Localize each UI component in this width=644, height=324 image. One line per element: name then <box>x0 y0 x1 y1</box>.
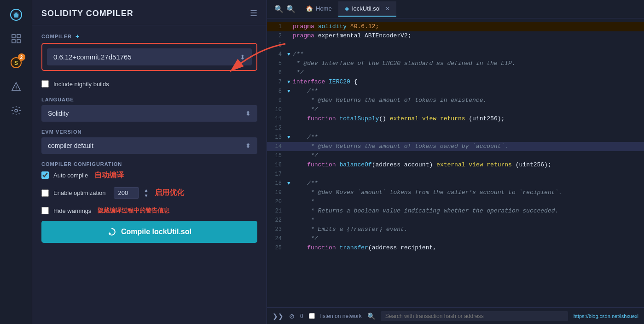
compiler-version-section: COMPILER + 0.6.12+commit.27d51765 ⬍ <box>41 33 257 71</box>
listen-network-checkbox[interactable] <box>309 313 315 319</box>
footer-url: https://blog.csdn.net/lshxuexi <box>574 313 638 319</box>
optimization-value-input[interactable] <box>114 187 139 199</box>
version-arrow-icon: ⬍ <box>240 53 245 61</box>
code-line-18: 18 ▼ /** <box>267 179 644 188</box>
bottom-bar: ❯❯ ⊘ 0 listen on network 🔍 https://blog.… <box>267 307 644 324</box>
compiler-version-select[interactable]: 0.6.12+commit.27d51765 ⬍ <box>47 48 252 65</box>
code-line-20: 20 * <box>267 197 644 206</box>
search-icon[interactable]: 🔍 <box>367 312 375 320</box>
svg-rect-4 <box>12 40 15 43</box>
code-line-7: 7 ▼ interface IERC20 { <box>267 77 644 87</box>
code-line-23: 23 * Emits a {Transfer} event. <box>267 225 644 234</box>
listen-network-label: listen on network <box>320 313 362 319</box>
zoom-out-icon[interactable]: 🔍 <box>274 5 284 13</box>
lockutil-tab-close[interactable]: ✕ <box>385 6 390 12</box>
home-tab-icon: 🏠 <box>306 5 313 12</box>
code-line-5: 5 * @dev Interface of the ERC20 standard… <box>267 59 644 68</box>
compiler-header: SOLIDITY COMPILER ☰ <box>32 0 267 25</box>
language-dropdown[interactable]: Solidity ⬍ <box>41 105 257 122</box>
hide-warnings-checkbox-row: Hide warnings <box>41 205 91 216</box>
code-line-17: 17 <box>267 170 644 179</box>
opt-checkbox-row: Enable optimization ▲ ▼ <box>41 185 148 200</box>
compiler-panel: SOLIDITY COMPILER ☰ COMPILER + 0.6.12+co… <box>32 0 267 324</box>
compile-button[interactable]: Compile lockUtil.sol <box>41 221 257 243</box>
optimization-annotation: 启用优化 <box>155 188 184 198</box>
code-line-15: 15 */ <box>267 151 644 160</box>
compiler-config-section: COMPILER CONFIGURATION Auto compile 自动编译… <box>41 161 257 243</box>
svg-rect-3 <box>17 35 20 38</box>
tab-lockutil[interactable]: ◈ lockUtil.sol ✕ <box>338 1 396 17</box>
code-line-25: 25 function transfer(address recipient, <box>267 243 644 253</box>
auto-compile-annotation: 自动编译 <box>94 171 124 180</box>
code-line-21: 21 * Returns a boolean value indicating … <box>267 206 644 216</box>
code-line-19: 19 * @dev Moves `amount` tokens from the… <box>267 188 644 197</box>
sidebar-icon-settings[interactable] <box>6 100 26 121</box>
sidebar-icon-files[interactable] <box>6 29 26 49</box>
hide-warnings-checkbox[interactable] <box>41 207 49 214</box>
compiler-version-box: 0.6.12+commit.27d51765 ⬍ <box>41 43 257 71</box>
optimization-checkbox[interactable] <box>41 189 49 197</box>
include-nightly-checkbox[interactable] <box>41 80 49 88</box>
compiler-menu-icon[interactable]: ☰ <box>250 8 257 18</box>
sidebar-icon-deploy[interactable] <box>6 77 26 97</box>
transaction-count: 0 <box>300 313 303 319</box>
lockutil-tab-icon: ◈ <box>345 5 349 12</box>
code-line-14: 14 * @dev Returns the amount of tokens o… <box>267 142 644 151</box>
code-line-4: 4 ▼ /** <box>267 50 644 59</box>
evm-value: compiler default <box>48 142 93 149</box>
svg-point-10 <box>16 88 17 89</box>
hide-warnings-label: Hide warnings <box>53 207 91 214</box>
evm-dropdown[interactable]: compiler default ⬍ <box>41 137 257 154</box>
language-arrow-icon: ⬍ <box>245 110 251 117</box>
code-line-13: 13 ▼ /** <box>267 133 644 142</box>
evm-version-section: EVM VERSION compiler default ⬍ <box>41 129 257 154</box>
no-transactions-icon: ⊘ <box>289 312 295 320</box>
code-line-10: 10 */ <box>267 105 644 114</box>
tab-controls: 🔍 🔍 <box>271 5 299 13</box>
evm-arrow-icon: ⬍ <box>245 142 251 149</box>
svg-point-11 <box>15 109 17 112</box>
compile-refresh-icon <box>107 227 116 236</box>
editor-tabs: 🔍 🔍 🏠 Home ◈ lockUtil.sol ✕ <box>267 0 644 18</box>
chevron-down-icon[interactable]: ❯❯ <box>273 312 284 320</box>
hide-warnings-annotation: 隐藏编译过程中的警告信息 <box>98 206 169 215</box>
notification-badge: 2 <box>18 53 25 61</box>
home-tab-label: Home <box>316 5 332 12</box>
optimization-row: Enable optimization ▲ ▼ 启用优化 <box>41 185 257 200</box>
compiler-add-icon[interactable]: + <box>75 33 80 40</box>
sidebar-icon-home[interactable] <box>6 5 26 25</box>
config-section-label: COMPILER CONFIGURATION <box>41 161 257 167</box>
sidebar: S 2 <box>0 0 32 324</box>
svg-rect-2 <box>12 35 15 38</box>
code-editor[interactable]: 1 pragma solidity ^0.6.12; 2 pragma expe… <box>267 18 644 307</box>
compiler-body: COMPILER + 0.6.12+commit.27d51765 ⬍ Incl… <box>32 25 267 250</box>
tab-home[interactable]: 🏠 Home <box>299 1 338 17</box>
code-line-6: 6 */ <box>267 68 644 77</box>
compile-button-label: Compile lockUtil.sol <box>121 228 191 236</box>
include-nightly-row: Include nightly builds <box>41 78 257 89</box>
sidebar-icon-compiler[interactable]: S 2 <box>6 53 26 73</box>
auto-compile-row: Auto compile 自动编译 <box>41 170 257 181</box>
code-line-24: 24 */ <box>267 234 644 243</box>
auto-compile-checkbox-row: Auto compile <box>41 170 88 181</box>
compiler-title: SOLIDITY COMPILER <box>41 9 133 18</box>
code-line-16: 16 function balanceOf(address account) e… <box>267 160 644 170</box>
zoom-in-icon[interactable]: 🔍 <box>286 5 296 13</box>
lockutil-tab-label: lockUtil.sol <box>352 5 381 12</box>
code-line-3: 3 <box>267 41 644 50</box>
auto-compile-checkbox[interactable] <box>41 171 49 179</box>
optimization-label: Enable optimization <box>53 189 105 196</box>
code-line-9: 9 * @dev Returns the amount of tokens in… <box>267 96 644 105</box>
main-container: SOLIDITY COMPILER ☰ COMPILER + 0.6.12+co… <box>32 0 644 324</box>
compiler-version-value: 0.6.12+commit.27d51765 <box>53 53 132 61</box>
code-line-11: 11 function totalSupply() external view … <box>267 114 644 124</box>
code-line-12: 12 <box>267 124 644 133</box>
code-line-1: 1 pragma solidity ^0.6.12; <box>267 22 644 31</box>
code-line-22: 22 * <box>267 216 644 225</box>
language-value: Solidity <box>48 110 69 117</box>
auto-compile-label: Auto compile <box>53 172 88 179</box>
language-section: LANGUAGE Solidity ⬍ <box>41 97 257 122</box>
transaction-search-input[interactable] <box>381 311 568 321</box>
optimization-stepper[interactable]: ▲ ▼ <box>144 188 148 198</box>
code-line-2: 2 pragma experimental ABIEncoderV2; <box>267 31 644 41</box>
